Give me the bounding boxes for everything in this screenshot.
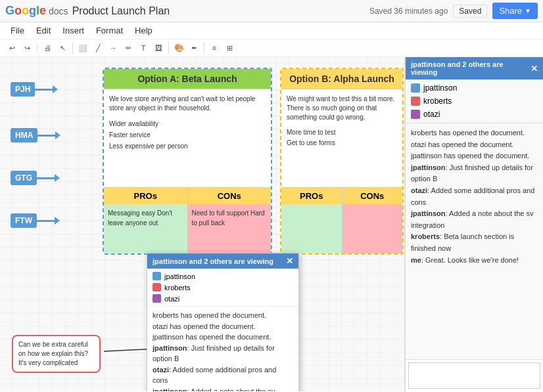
text-icon[interactable]: T — [137, 41, 150, 54]
floating-viewer-otazi: otazi — [147, 293, 298, 304]
menu-insert[interactable]: Insert — [57, 24, 89, 37]
viewer-dot-2 — [411, 97, 420, 106]
fp-activity-2: otazi has opened the document. — [153, 321, 293, 332]
right-panel: jpattinson and 2 others are viewing ✕ jp… — [405, 57, 543, 391]
bullet-2: Faster service — [109, 129, 266, 141]
shapes-icon[interactable]: ⬜ — [76, 41, 89, 54]
undo-icon[interactable]: ↩ — [5, 41, 18, 54]
option-a-cons-header: CONs — [188, 188, 272, 204]
floating-chat-panel[interactable]: jpattinson and 2 others are viewing ✕ jp… — [147, 253, 299, 391]
menu-format[interactable]: Format — [91, 24, 128, 37]
arrow-gtg: GTG — [11, 171, 55, 185]
option-a-pros-header: PROs — [104, 188, 188, 204]
chat-input-area[interactable] — [408, 362, 540, 389]
arrow-ftw: FTW — [11, 213, 55, 228]
activity-2: otazi has opened the document. — [411, 139, 538, 151]
option-a-bullets: Wider availability Faster service Less e… — [109, 118, 266, 152]
option-a-pros-cons-headers: PROs CONs — [104, 187, 271, 204]
share-button[interactable]: Share ▼ — [492, 3, 538, 19]
viewer-dot-1 — [411, 83, 420, 93]
fp-activity-3: jpattinson has opened the document. — [153, 332, 293, 343]
fp-activity-6: jpattinson: Added a note about the sv in… — [153, 386, 293, 392]
arrow-pjh: PJH — [11, 82, 53, 97]
arrow-gtg-head — [55, 174, 60, 182]
arrow-pjh-tail — [35, 89, 53, 91]
activity-4: jpattinson: Just finished up details for… — [411, 162, 538, 185]
redo-icon[interactable]: ↪ — [20, 41, 34, 54]
menu-edit[interactable]: Edit — [31, 24, 56, 37]
option-b-bullets: More time to test Get to use forms — [287, 127, 397, 148]
saved-status: Saved 36 minutes ago — [369, 7, 448, 16]
right-panel-header: jpattinson and 2 others are viewing ✕ — [406, 57, 543, 79]
option-b-pros-cons-headers: PROs CONs — [281, 187, 402, 204]
option-b-cons-header: CONs — [342, 188, 403, 204]
line-icon[interactable]: ╱ — [91, 41, 105, 54]
toolbar: ↩ ↪ 🖨 ↖ ⬜ ╱ → ✏ T 🖼 🎨 ✒ ≡ ⊞ — [0, 39, 543, 57]
menu-bar: File Edit Insert Format Help — [0, 22, 543, 39]
viewer-name-2: kroberts — [423, 97, 452, 106]
menu-file[interactable]: File — [5, 24, 30, 37]
arrow-hma-head — [55, 131, 60, 139]
viewer-name-1: jpattinson — [423, 83, 457, 93]
cursor-icon[interactable]: ↖ — [56, 41, 69, 54]
activity-log: kroberts has opened the document. otazi … — [406, 123, 543, 359]
viewer-jpattinson: jpattinson — [406, 81, 543, 95]
image-icon[interactable]: 🖼 — [152, 41, 165, 54]
share-label: Share — [499, 6, 522, 16]
option-b-cons-content — [342, 204, 403, 253]
print-icon[interactable]: 🖨 — [41, 41, 54, 54]
scribble-icon[interactable]: ✏ — [122, 41, 135, 54]
option-b-pros-cons-content — [281, 204, 402, 253]
google-logo: Google — [5, 4, 46, 18]
option-a-box[interactable]: Option A: Beta Launch We love store anyt… — [103, 68, 272, 255]
pen-color-icon[interactable]: ✒ — [187, 41, 201, 54]
comment-bubble[interactable]: Can we be extra careful on how we explai… — [12, 335, 101, 373]
floating-viewer-dot-3 — [153, 294, 161, 303]
option-a-pros-cons-content: Messaging easy Don't leave anyone out Ne… — [104, 204, 271, 253]
option-b-box[interactable]: Option B: Alpha Launch We might want to … — [280, 68, 404, 255]
option-b-desc: We might want to test this a bit more. T… — [287, 95, 397, 122]
floating-panel-header: jpattinson and 2 others are viewing ✕ — [147, 253, 298, 269]
menu-help[interactable]: Help — [130, 24, 158, 37]
toolbar-sep-2 — [72, 42, 73, 54]
saved-button[interactable]: Saved — [453, 5, 487, 18]
floating-viewer-jpattinson: jpattinson — [147, 271, 298, 282]
option-b-pros-content — [281, 204, 342, 253]
viewer-dot-3 — [411, 110, 420, 119]
option-a-content: We love store anything and can't wait to… — [104, 89, 271, 157]
option-b-content: We might want to test this a bit more. T… — [281, 89, 402, 154]
option-a-cons-content: Need to full support Hard to pull back — [188, 204, 272, 253]
fill-color-icon[interactable]: 🎨 — [172, 41, 185, 54]
arrow-hma: HMA — [11, 128, 56, 142]
floating-panel-activity: kroberts has opened the document. otazi … — [147, 306, 298, 391]
option-a-pros-cons: PROs CONs Messaging easy Don't leave any… — [104, 187, 271, 253]
right-panel-close-icon[interactable]: ✕ — [531, 64, 538, 74]
canvas[interactable]: PJH HMA GTG FTW — [0, 57, 405, 391]
toolbar-sep-3 — [168, 42, 169, 54]
bullet-1: Wider availability — [109, 118, 266, 129]
arrow-icon[interactable]: → — [106, 41, 120, 54]
diagram: PJH HMA GTG FTW — [5, 62, 405, 391]
top-bar: Google docs Product Launch Plan Saved 36… — [0, 0, 543, 22]
fp-activity-1: kroberts has opened the document. — [153, 310, 293, 321]
floating-viewer-dot-2 — [153, 283, 161, 292]
floating-panel-close-icon[interactable]: ✕ — [286, 256, 293, 266]
activity-1: kroberts has opened the document. — [411, 127, 538, 139]
arrow-ftw-tail — [37, 220, 55, 222]
floating-viewer-kroberts: kroberts — [147, 282, 298, 293]
floating-viewer-name-3: otazi — [164, 295, 179, 303]
right-panel-input — [406, 359, 543, 391]
align-icon[interactable]: ≡ — [208, 41, 221, 54]
arrow-gtg-tail — [37, 177, 55, 179]
option-b-pros-header: PROs — [281, 188, 342, 204]
activity-5: otazi: Added some additional pros and co… — [411, 185, 538, 208]
arrow-pjh-head — [53, 85, 58, 93]
arrange-icon[interactable]: ⊞ — [223, 41, 236, 54]
bullet-3: Less expensive per person — [109, 141, 266, 152]
viewer-otazi: otazi — [406, 108, 543, 121]
option-b-title: Option B: Alpha Launch — [281, 69, 402, 89]
option-a-title: Option A: Beta Launch — [104, 69, 271, 89]
arrow-ftw-head — [55, 217, 60, 225]
floating-viewer-name-2: kroberts — [164, 284, 191, 292]
arrow-hma-tail — [37, 135, 56, 137]
